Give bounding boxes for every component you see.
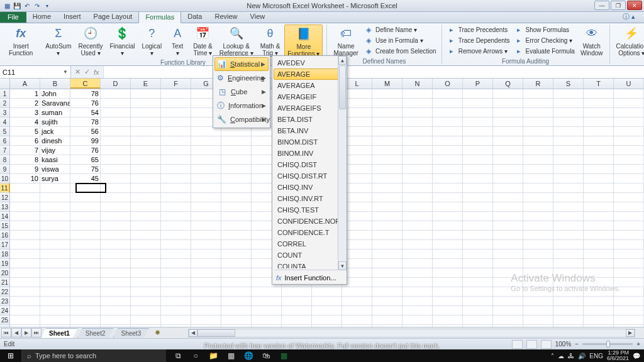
cell[interactable] [614,259,644,268]
function-chisq-inv[interactable]: CHISQ.INV [274,182,345,193]
cell[interactable] [493,99,523,108]
cell[interactable] [101,89,131,99]
cell[interactable] [402,146,433,155]
cell[interactable] [221,287,252,297]
scroll-down-button[interactable]: ▼ [338,261,347,270]
cell[interactable] [131,278,161,287]
cell[interactable] [402,221,433,231]
menu-item-information[interactable]: ⓘInformation▶ [214,99,269,112]
cell[interactable] [161,108,191,118]
cell[interactable] [191,306,221,315]
cell[interactable]: 78 [70,118,101,127]
page-layout-view-button[interactable] [526,340,537,349]
cell[interactable] [523,193,553,202]
cell[interactable] [342,297,372,306]
row-header-3[interactable]: 3 [0,108,10,118]
cell[interactable] [101,174,131,184]
cell[interactable] [523,184,553,193]
cell[interactable] [553,240,584,250]
menu-item-cube[interactable]: ◳Cube▶ [214,85,269,99]
name-manager-button[interactable]: 🏷 Name Manager [331,25,360,58]
cell[interactable] [131,136,161,146]
cell[interactable] [433,297,463,306]
cell[interactable] [191,136,221,146]
task-view-icon[interactable]: ⧉ [172,350,184,361]
cell[interactable] [161,297,191,306]
cell[interactable] [523,127,553,136]
cell[interactable] [553,155,584,165]
cell[interactable] [433,315,463,325]
cell[interactable] [101,306,131,315]
cell[interactable] [584,108,614,118]
function-chisq-test[interactable]: CHISQ.TEST [274,204,345,216]
evaluate-formula-button[interactable]: ▸Evaluate Formula [513,46,576,56]
cell[interactable] [131,297,161,306]
cell[interactable] [584,136,614,146]
cell[interactable] [433,240,463,250]
cell[interactable] [161,136,191,146]
cell[interactable] [433,184,463,193]
cell[interactable] [221,174,252,184]
sheet-last-button[interactable]: ⏭ [31,328,42,337]
cell[interactable] [101,193,131,202]
cell[interactable] [10,212,40,221]
function-confidence-norm[interactable]: CONFIDENCE.NORM [274,216,345,227]
cell[interactable] [584,212,614,221]
name-box[interactable]: C11 ▼ [0,66,71,78]
cell[interactable] [493,89,523,99]
cell[interactable] [402,184,433,193]
cell[interactable] [221,193,252,202]
cell[interactable] [312,306,342,315]
cell[interactable] [191,193,221,202]
cell[interactable] [191,287,221,297]
cell[interactable] [221,221,252,231]
column-header-R[interactable]: R [523,79,553,89]
cell[interactable] [101,165,131,174]
cell[interactable] [101,268,131,278]
row-header-12[interactable]: 12 [0,193,10,202]
column-header-C[interactable]: C [70,79,101,89]
cell[interactable] [221,184,252,193]
menu-item-compatibility[interactable]: 🔧Compatibility▶ [214,112,269,126]
cell[interactable] [372,212,402,221]
cell[interactable] [40,231,70,240]
cell[interactable] [131,108,161,118]
cell[interactable] [584,250,614,259]
cell[interactable] [70,259,101,268]
cell[interactable] [463,297,493,306]
cell[interactable] [161,250,191,259]
cell[interactable] [10,287,40,297]
cell[interactable] [614,165,644,174]
cell[interactable] [614,99,644,108]
ribbon-tab-view[interactable]: View [244,11,272,23]
cell[interactable] [131,155,161,165]
cell[interactable] [463,259,493,268]
cell[interactable] [493,240,523,250]
cell[interactable]: dinesh [40,136,70,146]
cell[interactable] [402,212,433,221]
cell[interactable] [463,184,493,193]
cell[interactable] [101,297,131,306]
cell[interactable] [70,268,101,278]
cell[interactable] [584,165,614,174]
cell[interactable] [101,231,131,240]
cell[interactable] [433,212,463,221]
cell[interactable] [402,231,433,240]
cell[interactable] [70,212,101,221]
function-chisq-dist-rt[interactable]: CHISQ.DIST.RT [274,170,345,182]
row-header-1[interactable]: 1 [0,89,10,99]
cell[interactable] [342,287,372,297]
cell[interactable] [402,127,433,136]
cell[interactable] [553,250,584,259]
cell[interactable] [523,315,553,325]
cell[interactable] [433,155,463,165]
cell[interactable] [523,297,553,306]
cell[interactable] [131,165,161,174]
cell[interactable] [433,259,463,268]
cell[interactable] [402,315,433,325]
row-header-17[interactable]: 17 [0,240,10,250]
cell[interactable] [402,268,433,278]
cell[interactable] [161,240,191,250]
cell[interactable] [70,240,101,250]
cell[interactable] [614,127,644,136]
